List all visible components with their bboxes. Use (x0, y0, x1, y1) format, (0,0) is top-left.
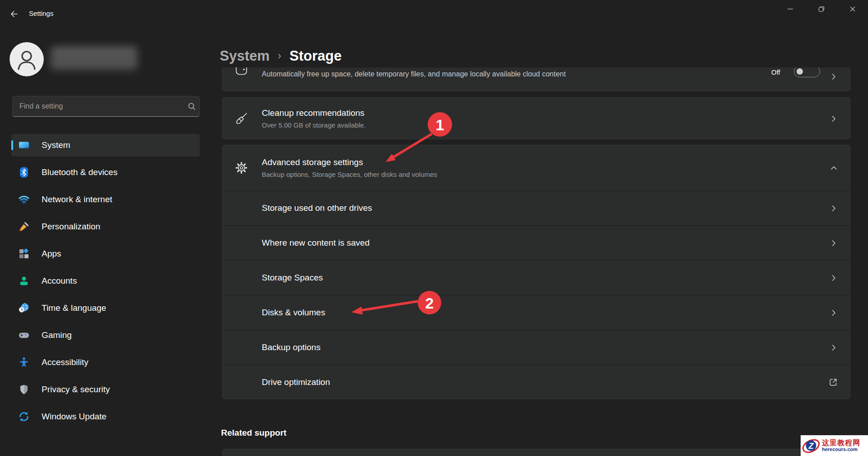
storage-sense-icon (236, 67, 247, 77)
row-title: Cleanup recommendations (262, 108, 366, 118)
gear-icon (234, 161, 249, 175)
row-disks-volumes[interactable]: Disks & volumes (222, 295, 850, 330)
advanced-storage-settings-group: Advanced storage settings Backup options… (222, 145, 850, 399)
row-title: Advanced storage settings (262, 157, 437, 167)
restore-icon (818, 5, 825, 14)
advanced-storage-settings-row[interactable]: Advanced storage settings Backup options… (222, 145, 850, 190)
sidebar-item-label: Time & language (42, 303, 106, 313)
sidebar-item-label: Accessibility (42, 357, 88, 367)
row-label: Storage used on other drives (262, 203, 372, 213)
back-button[interactable] (6, 8, 22, 22)
sidebar-item-gaming[interactable]: Gaming (11, 324, 200, 347)
watermark: Z 这里教程网 herecours.com (801, 435, 868, 456)
bluetooth-icon (18, 166, 30, 178)
apps-icon (18, 248, 30, 260)
toggle-knob (797, 68, 803, 75)
main-content: System › Storage Automatically free up s… (208, 25, 868, 456)
sidebar-item-label: Windows Update (42, 412, 107, 422)
sidebar-item-label: Personalization (42, 222, 100, 232)
back-arrow-icon (9, 10, 19, 20)
close-icon (849, 5, 856, 14)
gamepad-icon (18, 329, 30, 341)
watermark-site-domain: herecours.com (822, 447, 860, 452)
chevron-right-icon (829, 114, 838, 123)
breadcrumb: System › Storage (220, 48, 342, 64)
row-subtitle: Over 5.00 GB of storage available. (262, 121, 366, 129)
storage-sense-description: Automatically free up space, delete temp… (262, 70, 566, 78)
toggle-state-label: Off (771, 68, 780, 76)
chevron-right-icon (829, 204, 838, 213)
close-button[interactable] (837, 0, 868, 20)
sidebar-item-label: System (42, 140, 70, 150)
breadcrumb-system[interactable]: System (220, 48, 269, 64)
sidebar-item-personalization[interactable]: Personalization (11, 215, 200, 238)
row-subtitle: Backup options, Storage Spaces, other di… (262, 171, 437, 178)
globe-clock-icon (18, 302, 30, 314)
row-drive-optimization[interactable]: Drive optimization (222, 365, 850, 399)
chevron-right-icon (829, 273, 838, 282)
page-title: Storage (289, 48, 341, 64)
wifi-icon (18, 194, 30, 205)
row-where-new-content-is-saved[interactable]: Where new content is saved (222, 225, 850, 260)
sidebar-item-system[interactable]: System (11, 134, 200, 157)
row-label: Drive optimization (262, 377, 330, 387)
avatar[interactable] (9, 42, 44, 76)
watermark-logo-icon: Z (802, 437, 821, 455)
external-link-icon (828, 377, 838, 387)
svg-text:Z: Z (808, 442, 814, 451)
minimize-button[interactable] (774, 0, 806, 20)
breadcrumb-separator-icon: › (278, 49, 281, 62)
accessibility-person-icon (18, 356, 30, 368)
chevron-right-icon (829, 308, 838, 317)
chevron-right-icon (829, 343, 838, 352)
sidebar-item-windows-update[interactable]: Windows Update (11, 405, 200, 428)
chevron-right-icon (829, 72, 838, 81)
sidebar-item-label: Gaming (42, 330, 72, 340)
selected-indicator (11, 140, 13, 150)
person-icon (18, 275, 30, 287)
paintbrush-icon (18, 221, 30, 233)
system-icon (18, 139, 30, 151)
chevron-up-icon[interactable] (829, 163, 838, 172)
watermark-site-name: 这里教程网 (822, 439, 860, 447)
window-controls (774, 0, 868, 20)
row-label: Disks & volumes (262, 308, 325, 318)
update-arrows-icon (18, 411, 30, 423)
window-title: Settings (29, 10, 53, 17)
sidebar-item-accounts[interactable]: Accounts (11, 270, 200, 292)
cleanup-recommendations-row[interactable]: Cleanup recommendations Over 5.00 GB of … (222, 97, 850, 139)
search-icon (184, 102, 199, 110)
sidebar-item-accessibility[interactable]: Accessibility (11, 351, 200, 374)
restore-button[interactable] (806, 0, 837, 20)
row-label: Backup options (262, 342, 321, 352)
sidebar-item-label: Accounts (42, 276, 77, 286)
sidebar-item-label: Privacy & security (42, 385, 110, 394)
sidebar-item-apps[interactable]: Apps (11, 242, 200, 265)
sidebar-item-bluetooth-devices[interactable]: Bluetooth & devices (11, 161, 200, 184)
sidebar-item-network-internet[interactable]: Network & internet (11, 188, 200, 211)
search-box (12, 96, 200, 117)
related-support-card (222, 449, 850, 456)
row-label: Storage Spaces (262, 273, 323, 283)
search-input[interactable] (13, 102, 184, 110)
watermark-text: 这里教程网 herecours.com (822, 439, 860, 452)
title-bar: Settings (0, 0, 868, 25)
related-support-heading: Related support (221, 428, 287, 438)
sidebar-item-time-language[interactable]: Time & language (11, 297, 200, 319)
row-storage-used-on-other-drives[interactable]: Storage used on other drives (222, 190, 850, 225)
sidebar: System Bluetooth & devices Network & int… (0, 25, 208, 456)
storage-sense-toggle[interactable] (794, 67, 820, 77)
broom-icon (234, 112, 249, 125)
sidebar-nav: System Bluetooth & devices Network & int… (11, 134, 200, 432)
minimize-icon (787, 5, 794, 14)
user-name-redacted (51, 47, 137, 71)
sidebar-item-label: Network & internet (42, 195, 112, 204)
sidebar-item-privacy-security[interactable]: Privacy & security (11, 378, 200, 401)
row-backup-options[interactable]: Backup options (222, 330, 850, 365)
sidebar-item-label: Bluetooth & devices (42, 167, 118, 177)
row-label: Where new content is saved (262, 238, 370, 248)
sidebar-item-label: Apps (42, 249, 61, 259)
row-storage-spaces[interactable]: Storage Spaces (222, 260, 850, 295)
storage-sense-row[interactable]: Automatically free up space, delete temp… (222, 67, 850, 91)
shield-icon (18, 384, 30, 395)
